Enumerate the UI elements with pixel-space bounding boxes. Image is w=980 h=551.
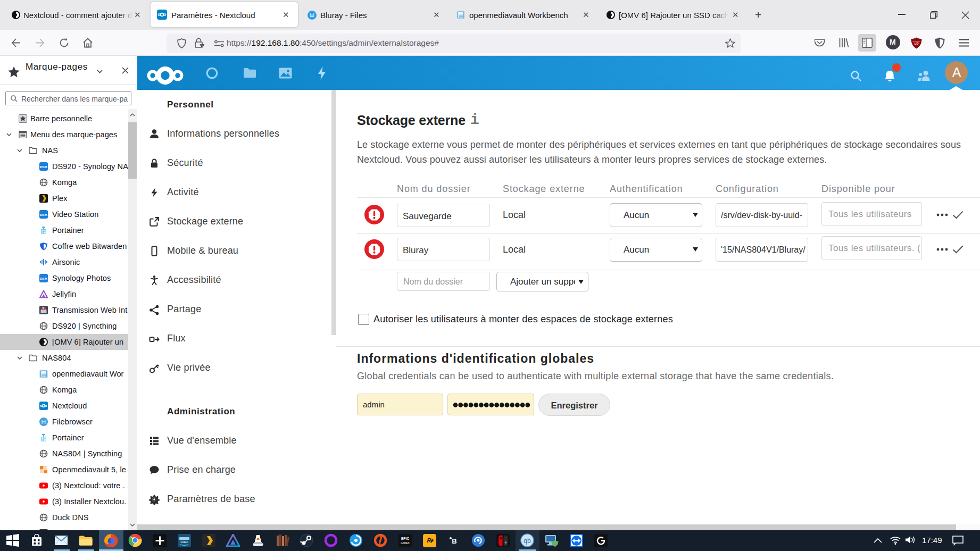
svg-text:DSM: DSM [40, 277, 47, 280]
svg-text:video: video [180, 540, 188, 544]
svg-text:qb: qb [524, 537, 531, 545]
svg-text:GAMES: GAMES [401, 542, 409, 545]
svg-text:B: B [452, 537, 456, 545]
svg-text:R: R [427, 537, 431, 544]
svg-text:u0: u0 [914, 41, 918, 45]
svg-text:DSM: DSM [40, 165, 47, 169]
svg-text:DSM: DSM [40, 213, 47, 216]
svg-text:EPIC: EPIC [401, 537, 409, 540]
